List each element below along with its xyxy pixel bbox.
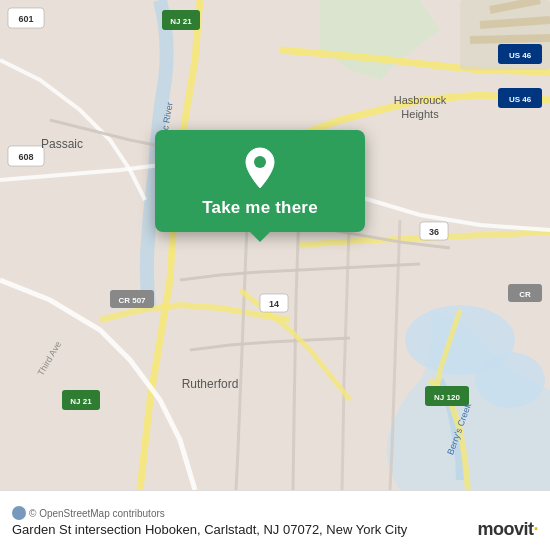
- svg-text:608: 608: [18, 152, 33, 162]
- svg-text:601: 601: [18, 14, 33, 24]
- svg-text:US 46: US 46: [509, 95, 532, 104]
- popup-card: Take me there: [155, 130, 365, 232]
- svg-text:US 46: US 46: [509, 51, 532, 60]
- svg-text:Rutherford: Rutherford: [182, 377, 239, 391]
- map-container: 601 NJ 21 US 46 US 46 608 36 CR 507 14 N…: [0, 0, 550, 490]
- svg-text:CR 507: CR 507: [118, 296, 146, 305]
- svg-text:Heights: Heights: [401, 108, 439, 120]
- svg-text:CR: CR: [519, 290, 531, 299]
- address-label: Garden St intersection Hoboken, Carlstad…: [12, 522, 538, 537]
- svg-text:NJ 120: NJ 120: [434, 393, 460, 402]
- footer-bar: © OpenStreetMap contributors Garden St i…: [0, 490, 550, 550]
- attribution-row: © OpenStreetMap contributors: [12, 506, 538, 520]
- map-svg: 601 NJ 21 US 46 US 46 608 36 CR 507 14 N…: [0, 0, 550, 490]
- moovit-branding: moovit·: [477, 519, 538, 540]
- osm-icon: [12, 506, 26, 520]
- svg-text:NJ 21: NJ 21: [170, 17, 192, 26]
- svg-text:NJ 21: NJ 21: [70, 397, 92, 406]
- osm-attribution: © OpenStreetMap contributors: [29, 508, 165, 519]
- svg-text:Hasbrouck: Hasbrouck: [394, 94, 447, 106]
- svg-text:14: 14: [269, 299, 279, 309]
- svg-text:Passaic: Passaic: [41, 137, 83, 151]
- take-me-there-button[interactable]: Take me there: [202, 198, 318, 218]
- moovit-accent: ·: [533, 519, 538, 539]
- svg-point-33: [254, 156, 266, 168]
- svg-text:36: 36: [429, 227, 439, 237]
- location-pin-icon: [241, 146, 279, 190]
- moovit-logo: moovit·: [477, 519, 538, 539]
